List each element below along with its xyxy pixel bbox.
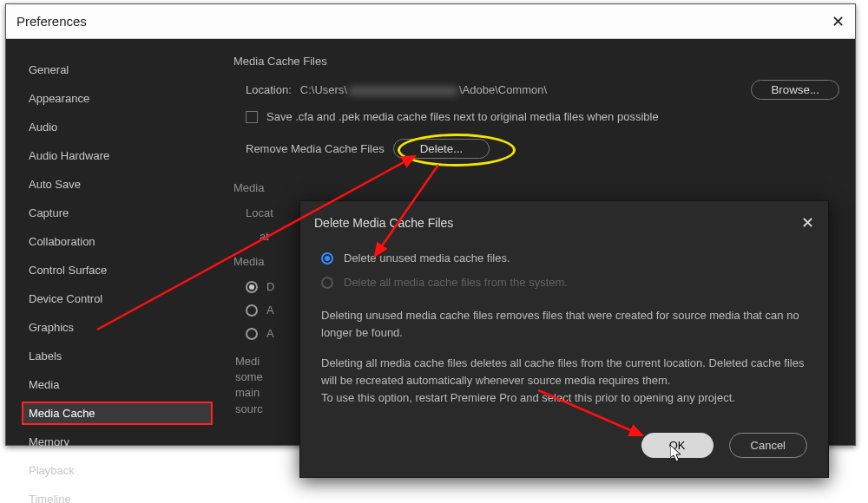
sidebar-item-capture[interactable]: Capture (22, 201, 213, 225)
location-redacted (349, 87, 457, 95)
sidebar-item-collaboration[interactable]: Collaboration (22, 230, 213, 253)
dialog-footer: OK Cancel (300, 415, 828, 477)
save-cfa-pek-label: Save .cfa and .pek media cache files nex… (266, 110, 659, 123)
radio-delete-all (321, 277, 333, 289)
location-path-prefix: C:\Users\ (300, 83, 347, 96)
cancel-button[interactable]: Cancel (729, 433, 807, 458)
location-path-suffix: \Adobe\Common\ (459, 83, 547, 96)
sidebar-item-general[interactable]: General (22, 58, 213, 82)
option-delete-all-label: Delete all media cache files from the sy… (344, 274, 568, 291)
preferences-titlebar: Preferences ✕ (6, 4, 855, 39)
sidebar-item-audio-hardware[interactable]: Audio Hardware (22, 144, 213, 167)
sidebar-item-control-surface[interactable]: Control Surface (22, 258, 213, 282)
sidebar-item-auto-save[interactable]: Auto Save (22, 173, 213, 196)
remove-cache-label: Remove Media Cache Files (246, 142, 385, 155)
radio-a1[interactable] (246, 304, 258, 317)
dialog-body: Delete unused media cache files. Delete … (300, 241, 828, 415)
sidebar-item-timeline[interactable]: Timeline (22, 487, 213, 503)
dialog-titlebar: Delete Media Cache Files ✕ (300, 201, 828, 241)
location-row: Location: C:\Users\\Adobe\Common\ Browse… (233, 76, 839, 107)
location-label: Location: (246, 83, 292, 96)
dialog-para-2b: To use this option, restart Premiere Pro… (321, 391, 735, 404)
preferences-sidebar: General Appearance Audio Audio Hardware … (22, 55, 213, 429)
radio-d[interactable] (246, 281, 258, 293)
sidebar-item-appearance[interactable]: Appearance (22, 87, 213, 110)
ok-button[interactable]: OK (641, 433, 713, 458)
option-delete-all: Delete all media cache files from the sy… (321, 271, 807, 295)
close-icon[interactable]: ✕ (832, 12, 845, 31)
sidebar-item-memory[interactable]: Memory (22, 430, 213, 454)
browse-button[interactable]: Browse... (751, 80, 839, 100)
radio-a1-label: A (266, 304, 274, 317)
delete-button[interactable]: Delete... (393, 139, 490, 159)
delete-media-cache-dialog: Delete Media Cache Files ✕ Delete unused… (299, 200, 829, 478)
location-path: C:\Users\\Adobe\Common\ (300, 83, 743, 96)
preferences-title: Preferences (16, 14, 87, 29)
save-cfa-pek-checkbox[interactable] (246, 111, 258, 123)
dialog-close-icon[interactable]: ✕ (801, 213, 814, 232)
sidebar-item-device-control[interactable]: Device Control (22, 287, 213, 310)
sidebar-item-playback[interactable]: Playback (22, 459, 213, 482)
section-media-cache-files: Media Cache Files (233, 55, 839, 68)
option-delete-unused-label: Delete unused media cache files. (344, 250, 510, 267)
sidebar-item-audio[interactable]: Audio (22, 115, 213, 139)
radio-a2-label: A (266, 327, 274, 340)
dialog-para-2: Deleting all media cache files deletes a… (321, 355, 807, 407)
radio-delete-unused[interactable] (321, 252, 333, 265)
locat-label: Locat (246, 206, 273, 219)
save-cfa-pek-row[interactable]: Save .cfa and .pek media cache files nex… (233, 107, 839, 130)
section-media-2: Media (233, 181, 839, 194)
sidebar-item-media-cache[interactable]: Media Cache (22, 402, 213, 425)
dialog-para-1: Deleting unused media cache files remove… (321, 307, 807, 342)
sidebar-item-graphics[interactable]: Graphics (22, 316, 213, 339)
sidebar-item-labels[interactable]: Labels (22, 344, 213, 368)
option-delete-unused[interactable]: Delete unused media cache files. (321, 246, 807, 271)
radio-d-label: D (266, 280, 274, 293)
dialog-title-text: Delete Media Cache Files (314, 216, 453, 230)
radio-a2[interactable] (246, 328, 258, 340)
remove-cache-row: Remove Media Cache Files Delete... (233, 135, 839, 166)
sidebar-item-media[interactable]: Media (22, 373, 213, 396)
at-label: at (260, 230, 269, 243)
dialog-para-2a: Deleting all media cache files deletes a… (321, 356, 804, 387)
